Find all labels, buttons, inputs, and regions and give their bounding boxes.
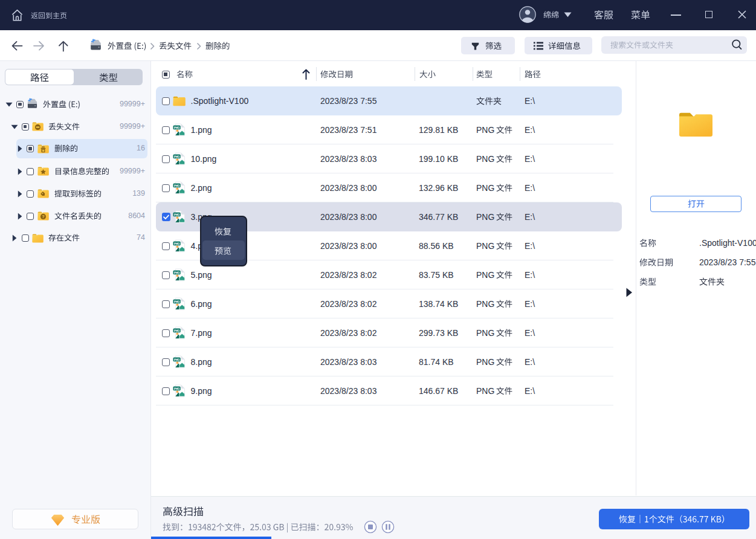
svg-text:?: ? xyxy=(42,214,44,219)
